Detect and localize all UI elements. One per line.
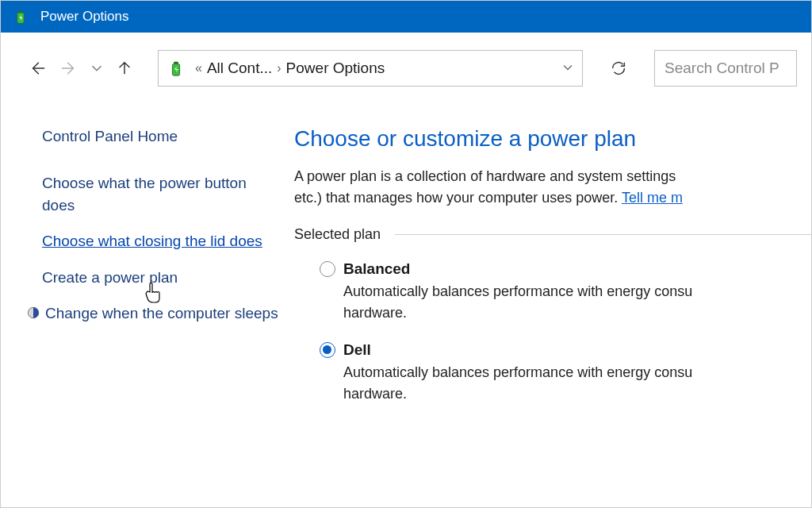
breadcrumb-segment-all-control[interactable]: All Cont... xyxy=(207,60,272,77)
sidebar-link-power-button[interactable]: Choose what the power button does xyxy=(42,172,278,216)
forward-button[interactable] xyxy=(56,56,82,81)
section-selected-plan: Selected plan xyxy=(294,226,811,243)
search-input[interactable]: Search Control P xyxy=(654,50,797,87)
breadcrumb[interactable]: « All Cont... › Power Options xyxy=(158,50,583,87)
sidebar: Control Panel Home Choose what the power… xyxy=(25,104,294,405)
battery-icon xyxy=(165,57,187,79)
radio-balanced[interactable] xyxy=(320,261,335,277)
svg-rect-0 xyxy=(17,13,24,23)
battery-icon xyxy=(12,8,29,25)
main-content: Choose or customize a power plan A power… xyxy=(294,104,811,405)
breadcrumb-prev-icon[interactable]: « xyxy=(195,61,202,75)
shield-icon xyxy=(25,306,42,320)
recent-locations-dropdown[interactable] xyxy=(88,56,105,81)
breadcrumb-segment-power-options[interactable]: Power Options xyxy=(286,60,385,77)
toolbar: « All Cont... › Power Options Search Con… xyxy=(1,33,811,104)
plan-desc-dell: Automatically balances performance with … xyxy=(343,362,811,405)
section-label: Selected plan xyxy=(294,226,381,243)
plan-dell: Dell Automatically balances performance … xyxy=(320,341,811,405)
radio-dell[interactable] xyxy=(320,342,335,358)
plan-desc-balanced: Automatically balances performance with … xyxy=(343,281,811,324)
refresh-button[interactable] xyxy=(600,50,637,87)
svg-rect-3 xyxy=(174,62,178,64)
up-button[interactable] xyxy=(112,56,137,81)
sidebar-link-closing-lid[interactable]: Choose what closing the lid does xyxy=(42,230,278,252)
page-description: A power plan is a collection of hardware… xyxy=(294,166,811,209)
page-title: Choose or customize a power plan xyxy=(294,126,811,152)
titlebar: Power Options xyxy=(1,1,811,33)
back-button[interactable] xyxy=(25,56,50,81)
window-title: Power Options xyxy=(40,9,129,25)
svg-rect-1 xyxy=(19,11,23,13)
plan-name-dell[interactable]: Dell xyxy=(343,341,371,359)
sidebar-home-link[interactable]: Control Panel Home xyxy=(42,128,278,145)
tell-me-more-link[interactable]: Tell me m xyxy=(622,190,683,206)
sidebar-link-computer-sleeps[interactable]: Change when the computer sleeps xyxy=(45,302,278,325)
search-placeholder: Search Control P xyxy=(665,60,779,77)
divider xyxy=(395,234,811,235)
plan-balanced: Balanced Automatically balances performa… xyxy=(320,260,811,324)
sidebar-link-create-plan[interactable]: Create a power plan xyxy=(42,267,278,289)
breadcrumb-dropdown[interactable] xyxy=(560,60,576,78)
chevron-right-icon: › xyxy=(277,61,281,75)
plan-name-balanced[interactable]: Balanced xyxy=(343,260,410,278)
